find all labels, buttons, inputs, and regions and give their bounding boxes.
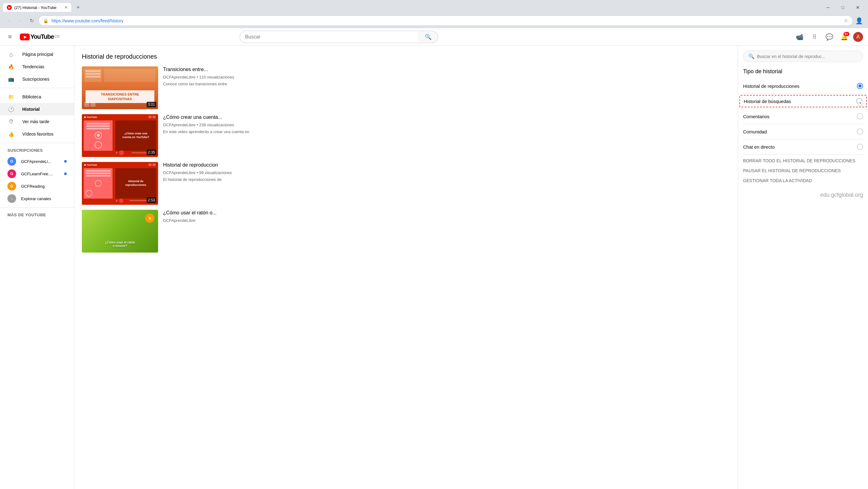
video-info-v1: Transiciones entre... GCFAprendeLibre • …	[163, 66, 731, 109]
sidebar-label-subscriptions: Suscripciones	[22, 77, 67, 82]
history-option-reproductions[interactable]: Historial de reproducciones	[743, 80, 863, 92]
video-thumb-v2[interactable]: ▶ YouTube	[82, 114, 158, 157]
user-avatar[interactable]: A	[853, 32, 863, 42]
radio-searches[interactable]: ↖	[856, 98, 862, 104]
pause-button[interactable]: PAUSAR EL HISTORIAL DE REPRODUCCIONES	[743, 166, 863, 176]
create-video-button[interactable]: 📹	[794, 31, 806, 43]
sidebar-sub-gcfaprende[interactable]: G GCFAprendeLi...	[0, 155, 74, 168]
header-right: 📹 ⠿ 💬 🔔 9+ A	[794, 31, 863, 43]
sidebar-label-watch-later: Ver más tarde	[22, 119, 67, 124]
video-thumb-v4[interactable]: ¿Cómo usar el ratóno mouse? 🖱	[82, 210, 158, 253]
delete-all-button[interactable]: BORRAR TODO EL HISTORIAL DE REPRODUCCION…	[743, 156, 863, 166]
gcf-watermark: edu.gcfglobal.org	[743, 192, 863, 198]
sidebar-item-trending[interactable]: 🔥 Tendencias	[0, 60, 74, 73]
home-icon: ⌂	[7, 51, 15, 58]
minimize-button[interactable]: ─	[821, 2, 835, 12]
notifications-button[interactable]: 🔔 9+	[838, 31, 850, 43]
apps-button[interactable]: ⠿	[808, 31, 821, 43]
browser-toolbar: ← → ↻ 🔒 https://www.youtube.com/feed/his…	[3, 14, 865, 28]
option-label-comments: Comentarios	[743, 114, 769, 119]
messages-button[interactable]: 💬	[824, 31, 836, 43]
history-option-livechat[interactable]: Chat en directo	[743, 141, 863, 153]
address-bar[interactable]: 🔒 https://www.youtube.com/feed/history ☆	[38, 16, 853, 26]
thumb-main-text: TRANSICIONES ENTREDIAPOSITIVAS	[82, 90, 158, 103]
option-label-community: Comunidad	[743, 129, 767, 134]
video-meta-v4: GCFAprendeLibre	[163, 218, 731, 223]
sidebar-item-home[interactable]: ⌂ Página principal	[0, 48, 74, 60]
video-item-v4[interactable]: ¿Cómo usar el ratóno mouse? 🖱 ¿Cómo usar…	[82, 210, 731, 253]
tab-favicon: ▶	[7, 5, 12, 10]
search-input[interactable]	[240, 31, 418, 43]
sidebar-divider-3	[0, 207, 74, 208]
radio-comments[interactable]	[857, 113, 863, 119]
watermark-text: edu.gcfglobal.org	[820, 192, 863, 198]
watch-later-icon: ⏱	[7, 119, 15, 124]
search-button[interactable]: 🔍	[418, 31, 438, 43]
manage-activity-button[interactable]: GESTIONAR TODA LA ACTIVIDAD	[743, 176, 863, 185]
history-feed: Historial de reproducciones	[74, 46, 738, 489]
youtube-logo[interactable]: YouTube CO	[20, 33, 60, 40]
video-meta-v1: GCFAprendeLibre • 110 visualizaciones	[163, 75, 731, 80]
video-item-v1[interactable]: TRANSICIONES ENTREDIAPOSITIVAS 3:01	[82, 66, 731, 109]
liked-icon: 👍	[7, 131, 15, 137]
reload-button[interactable]: ↻	[27, 17, 36, 25]
video-desc-v3: El historial de reproducciones de	[163, 177, 731, 182]
camera-icon: 📹	[796, 33, 804, 41]
video-duration-v3: 2:53	[147, 197, 156, 203]
history-option-comments[interactable]: Comentarios	[743, 110, 863, 122]
gcflearn-label: GCFLearnFree....	[21, 172, 53, 176]
sidebar-sub-explore[interactable]: ○ Explorar canales	[0, 192, 74, 205]
lock-icon: 🔒	[43, 18, 49, 23]
profile-icon[interactable]: 👤	[855, 17, 863, 25]
gcfaprende-avatar: G	[7, 157, 16, 166]
sidebar-divider-1	[0, 88, 74, 88]
video-thumb-v1[interactable]: TRANSICIONES ENTREDIAPOSITIVAS 3:01	[82, 66, 158, 109]
youtube-header: ≡ YouTube CO 🔍 📹 ⠿ 💬 🔔	[0, 28, 868, 46]
history-icon: 🕐	[7, 107, 15, 112]
sidebar-item-library[interactable]: 📁 Biblioteca	[0, 91, 74, 103]
sidebar-item-watch-later[interactable]: ⏱ Ver más tarde	[0, 115, 74, 128]
divider-1	[743, 93, 863, 94]
history-search-bar[interactable]: 🔍	[743, 51, 863, 62]
video-channel-v1: GCFAprendeLibre	[163, 75, 196, 80]
close-button[interactable]: ✕	[850, 2, 865, 12]
sidebar-item-liked[interactable]: 👍 Vídeos favoritos	[0, 128, 74, 140]
star-icon[interactable]: ☆	[844, 18, 848, 24]
radio-inner-reproductions	[858, 84, 862, 87]
youtube-logo-country: CO	[55, 34, 60, 38]
sidebar-item-subscriptions[interactable]: 📺 Suscripciones	[0, 73, 74, 85]
maximize-button[interactable]: □	[836, 2, 850, 12]
radio-reproductions[interactable]	[857, 83, 863, 89]
forward-button[interactable]: →	[16, 17, 25, 25]
sidebar-item-history[interactable]: 🕐 Historial	[0, 103, 74, 115]
history-option-searches[interactable]: Historial de búsquedas ↖	[739, 95, 867, 107]
history-search-input[interactable]	[757, 54, 858, 59]
avatar-initial: A	[857, 34, 860, 40]
gcfaprende-dot	[64, 160, 67, 163]
thumb-v4-text: ¿Cómo usar el ratóno mouse?	[82, 241, 158, 248]
thumb-v4-mouse-icon: 🖱	[145, 213, 154, 223]
video-channel-v2: GCFAprendeLibre	[163, 122, 196, 127]
video-item-v3[interactable]: ▶ YouTube	[82, 162, 731, 205]
sidebar-label-history: Historial	[22, 107, 67, 112]
youtube-main: ⌂ Página principal 🔥 Tendencias 📺 Suscri…	[0, 46, 868, 489]
subscriptions-section-title: SUSCRIPCIONES	[0, 146, 74, 155]
option-label-searches: Historial de búsquedas	[744, 99, 791, 104]
tab-close-button[interactable]: ✕	[64, 5, 68, 10]
radio-livechat[interactable]	[857, 144, 863, 150]
sidebar-sub-gcflearn[interactable]: G GCFLearnFree....	[0, 168, 74, 180]
browser-tab[interactable]: ▶ (27) Historial - YouTube ✕	[3, 3, 71, 12]
new-tab-button[interactable]: +	[74, 3, 83, 12]
subscriptions-icon: 📺	[7, 76, 15, 82]
history-option-community[interactable]: Comunidad	[743, 125, 863, 138]
back-button[interactable]: ←	[5, 17, 13, 25]
video-item-v2[interactable]: ▶ YouTube	[82, 114, 731, 157]
gcfaprende-label: GCFAprendeLi...	[21, 159, 51, 164]
video-thumb-v3[interactable]: ▶ YouTube	[82, 162, 158, 205]
thumb-content-area	[104, 69, 156, 82]
sidebar-sub-gcfreading[interactable]: G GCFReading	[0, 180, 74, 192]
more-section-title: MÁS DE YOUTUBE	[0, 210, 74, 220]
divider-3	[743, 124, 863, 124]
radio-community[interactable]	[857, 128, 863, 135]
hamburger-menu-button[interactable]: ≡	[5, 32, 15, 42]
